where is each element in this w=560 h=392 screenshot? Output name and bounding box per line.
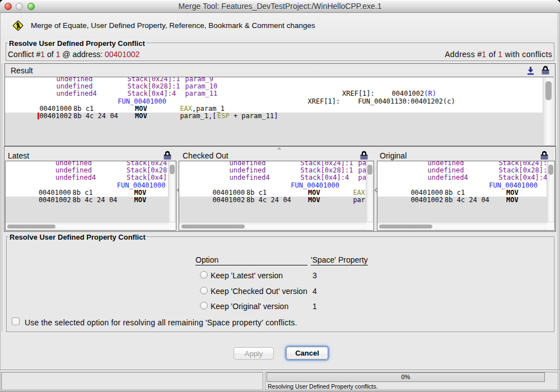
lock-icon[interactable] [360, 151, 368, 160]
result-pane-title: Result [11, 66, 33, 75]
latest-pane-title: Latest [8, 151, 29, 160]
property-value: 3 [312, 271, 317, 280]
property-value: 4 [312, 287, 317, 296]
vertical-scrollbar[interactable] [543, 77, 554, 145]
original-pane-title: Original [380, 151, 407, 160]
keep-version-radio[interactable] [200, 287, 208, 295]
result-listing[interactable]: undefinedStack[0x24]:1param_9undefinedSt… [5, 77, 554, 145]
apply-button[interactable]: Apply [234, 347, 274, 360]
result-pane: Result undefinedStack[0x24]:1param_9unde… [4, 63, 556, 146]
apply-to-all-label: Use the selected option for resolving al… [25, 318, 297, 327]
listing-row: undefinedStack[0x28]:1param_10 [6, 167, 176, 174]
listing-row: FUN_00401000XREF[1]:FUN_00401130:0040120… [377, 181, 554, 189]
conflict-header-group-title: Resolve User Defined Property Conflict [8, 39, 146, 48]
vertical-scrollbar[interactable] [168, 161, 176, 222]
progress-message: Resolving User Defined Property conflict… [268, 383, 378, 390]
apply-to-all-checkbox[interactable] [12, 318, 20, 325]
listing-row: FUN_00401000XREF[1]:FUN_00401130:0040120… [5, 97, 554, 105]
window-title: Merge Tool: Features_DevTestProject:/Win… [0, 2, 560, 11]
listing-row: undefinedStack[0x24]:1param_9 [5, 77, 554, 83]
listing-row: undefinedStack[0x24]:1param_9 [6, 161, 176, 167]
listing-row: 004010028b4c2404MOVparam_1,[ESP + param_… [5, 113, 554, 120]
property-column-header: 'Space' Property [311, 255, 368, 265]
vertical-scrollbar[interactable] [366, 161, 374, 222]
listing-row: FUN_00401000XREF[1]:FUN_00401130:0040120… [179, 181, 374, 189]
listing-row: undefined4Stack[0x4]:4param_11XREF[1]:00… [6, 174, 176, 181]
listing-row: undefined4Stack[0x4]:4param_11XREF[1]:00… [377, 174, 554, 181]
window-titlebar: Merge Tool: Features_DevTestProject:/Win… [0, 0, 560, 13]
conflict-counter: Conflict #1 of 1 @ address: 00401002 [8, 50, 139, 59]
merge-tool-window: Merge Tool: Features_DevTestProject:/Win… [0, 0, 560, 392]
listing-row: 004010008bc1MOVEAX,param_1 [179, 189, 374, 196]
down-arrow-icon[interactable] [526, 66, 535, 75]
listing-cursor [38, 113, 39, 119]
latest-listing[interactable]: undefinedStack[0x24]:1param_9undefinedSt… [5, 161, 176, 231]
horizontal-scrollbar[interactable] [6, 222, 176, 231]
listing-row: undefinedStack[0x28]:1param_10 [179, 167, 374, 174]
window-inner-edge [2, 63, 2, 332]
checked-out-pane-title: Checked Out [183, 151, 228, 160]
keep-version-label: Keep 'Original' version [211, 302, 288, 311]
option-column-header: Option [195, 255, 307, 265]
splitter-left-chevron-icon[interactable] [374, 188, 377, 193]
cancel-button[interactable]: Cancel [286, 347, 328, 360]
keep-version-label: Keep 'Checked Out' version [211, 287, 307, 296]
address-counter: Address #1 of 1 with conflicts [445, 50, 552, 59]
listing-row: 004010028b4c2404MOVparam_1,[ESP + param_… [6, 197, 176, 204]
listing-row: 004010008bc1MOVEAX,param_1 [377, 189, 554, 196]
conflict-header-group: Resolve User Defined Property Conflict C… [6, 43, 554, 61]
window-inner-edge [558, 12, 558, 392]
original-listing[interactable]: undefinedStack[0x24]:1param_9undefinedSt… [377, 161, 555, 231]
property-value: 1 [312, 302, 317, 311]
progress-area: 0% Resolving User Defined Property confl… [265, 372, 558, 390]
listing-row: FUN_00401000XREF[1]:FUN_00401130:0040120… [6, 181, 176, 189]
status-message-area [1, 372, 263, 390]
merge-sign-icon [12, 20, 24, 31]
listing-row: 004010008bc1MOVEAX,param_1 [5, 105, 554, 112]
keep-version-radio[interactable] [200, 271, 208, 279]
progress-bar: 0% [267, 372, 545, 382]
listing-row: 004010028b4c2404MOVparam_1,[ESP + param_… [179, 197, 374, 204]
checked-out-listing[interactable]: undefinedStack[0x24]:1param_9undefinedSt… [179, 161, 374, 231]
keep-version-label: Keep 'Latest' version [211, 271, 283, 280]
listing-row: undefined4Stack[0x4]:4param_11XREF[1]:00… [179, 174, 374, 181]
merge-banner-text: Merge of Equate, User Defined Property, … [31, 21, 315, 30]
splitter-up-chevron-icon[interactable] [277, 147, 281, 150]
lock-icon[interactable] [542, 66, 549, 74]
keep-version-radio[interactable] [200, 302, 208, 310]
versions-pane: Latest Checked Out Original undefinedSta… [4, 146, 556, 232]
lock-icon[interactable] [540, 151, 548, 160]
listing-row: 004010008bc1MOVEAX,param_1 [6, 189, 176, 196]
horizontal-scrollbar[interactable] [377, 222, 554, 231]
listing-row: 004010028b4c2404MOVparam_1,[ESP + param_… [377, 197, 554, 204]
splitter-left-chevron-icon[interactable] [176, 188, 180, 193]
listing-row: undefinedStack[0x24]:1param_9 [377, 161, 554, 167]
listing-row: undefinedStack[0x28]:1param_10 [377, 167, 554, 174]
horizontal-scrollbar[interactable] [179, 222, 374, 231]
lock-icon[interactable] [164, 151, 171, 160]
listing-row: undefined4Stack[0x4]:4param_11XREF[1]:00… [5, 90, 554, 97]
listing-row: undefinedStack[0x28]:1param_10 [5, 83, 554, 90]
vertical-scrollbar[interactable] [547, 161, 554, 222]
listing-row: undefinedStack[0x24]:1param_9 [179, 161, 374, 167]
resolve-options-group-title: Resolve User Defined Property Conflict [8, 233, 147, 241]
resolve-options-group: Resolve User Defined Property Conflict O… [6, 236, 554, 332]
